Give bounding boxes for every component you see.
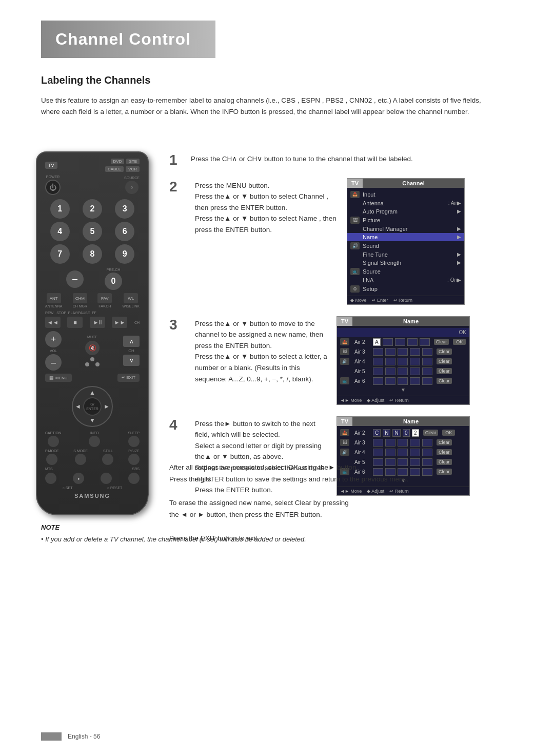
remote-ff-button[interactable]: ►► xyxy=(112,317,127,328)
remote-exit-button[interactable]: ↵ EXIT xyxy=(117,374,140,382)
footer-bar xyxy=(41,732,62,741)
remote-tv-button[interactable]: TV xyxy=(45,162,57,169)
channel-menu-autoprog-row: Auto Program ▶ xyxy=(347,207,464,216)
remote-transport-row: ◄◄ ■ ►II ►► CH xyxy=(45,317,140,328)
remote-button-2[interactable]: 2 xyxy=(83,199,102,219)
remote-button-1[interactable]: 1 xyxy=(50,199,70,219)
remote-wiselink-button[interactable]: WL xyxy=(124,293,138,303)
input-icon: 📥 xyxy=(350,191,360,198)
section-heading: Labeling the Channels xyxy=(41,74,150,86)
remote-bottom-btn-4[interactable] xyxy=(128,473,140,484)
name-p4-clear-1[interactable]: Clear xyxy=(423,430,439,436)
name-p4-clear-2[interactable]: Clear xyxy=(437,439,452,445)
name-p3-sound-icon: 🔊 xyxy=(340,358,349,365)
name-panel3-air6-row: 📺 Air 6 Clear xyxy=(337,376,469,386)
description-text: Use this feature to assign an easy-to-re… xyxy=(41,95,498,117)
remote-nav-up-button[interactable]: ▲ xyxy=(89,389,95,396)
remote-mute-button[interactable]: 🔇 xyxy=(85,341,100,355)
remote-func-row: ANT ANTENNA CHM CH MGR FAV FAV.CH WL WIS… xyxy=(45,293,140,308)
name-p3-clear-3[interactable]: Clear xyxy=(437,358,452,364)
remote-bottom-btn-3[interactable] xyxy=(101,473,112,484)
channel-menu-picture-row: 🖼 Picture xyxy=(347,216,464,225)
channel-menu-chmgr-row: Channel Manager ▶ xyxy=(347,225,464,233)
name-p4-ok-1[interactable]: OK xyxy=(442,430,455,436)
name-p3-letter-a: A xyxy=(373,338,381,346)
name-panel4-air2-row: 📥 Air 2 C N N 0 2 Clear OK xyxy=(337,428,469,438)
name-p3-clear-4[interactable]: Clear xyxy=(437,368,452,374)
steps-area: 1 Press the CH∧ or CH∨ button to tune to… xyxy=(169,151,528,507)
step-2-number: 2 xyxy=(169,178,186,305)
remote-button-0[interactable]: 0 xyxy=(105,273,122,290)
remote-button-3[interactable]: 3 xyxy=(115,199,134,219)
after-step-line4: the ◄ or ► button, then press the ENTER … xyxy=(169,509,528,521)
name-panel4-air3-row: 🖼 Air 3 Clear xyxy=(337,438,469,448)
step-3-content: Press the▲ or ▼ button to move to the ch… xyxy=(195,316,328,405)
name-p4-input-icon: 📥 xyxy=(340,429,349,436)
remote-info-button[interactable] xyxy=(89,436,100,447)
remote-ch-up-button[interactable]: ∧ xyxy=(123,336,140,347)
remote-stop-button[interactable]: ■ xyxy=(67,317,83,328)
remote-pmode-button[interactable] xyxy=(46,454,57,465)
remote-button-5[interactable]: 5 xyxy=(83,222,102,241)
channel-menu-name-label: Name xyxy=(363,234,457,240)
channel-menu-picture-label: Picture xyxy=(363,217,461,223)
remote-caption-button[interactable] xyxy=(48,436,59,447)
name-p3-letter-5 xyxy=(420,338,430,346)
channel-menu-antenna-value: : Air xyxy=(448,200,457,206)
after-step-line3: To erase the assigned new name, select C… xyxy=(169,497,528,509)
remote-set-reset-row: ○ SET ○ RESET xyxy=(45,486,140,490)
remote-antenna-button[interactable]: ANT xyxy=(47,293,61,303)
remote-mts-row: MTS SRS xyxy=(45,467,140,471)
remote-stb-button[interactable]: STB xyxy=(126,159,140,164)
remote-cable-button[interactable]: CABLE xyxy=(105,166,124,172)
remote-source-button[interactable]: ○ xyxy=(125,181,138,194)
name-p3-clear-2[interactable]: Clear xyxy=(437,348,452,355)
page-header: Channel Control xyxy=(41,21,215,58)
remote-power-button[interactable]: ⏻ xyxy=(45,180,61,195)
remote-nav-right-button[interactable]: ► xyxy=(104,403,110,410)
remote-nav-left-button[interactable]: ◄ xyxy=(75,403,81,410)
remote-bottom-btn-2[interactable]: ● xyxy=(73,473,84,484)
remote-nav-down-button[interactable]: ▼ xyxy=(89,417,95,424)
name-p3-clear-5[interactable]: Clear xyxy=(437,378,452,384)
remote-vcr-button[interactable]: VCR xyxy=(126,166,140,172)
remote-psize-button[interactable] xyxy=(128,454,140,465)
remote-button-7[interactable]: 7 xyxy=(50,244,70,264)
name-p3-clear-1[interactable]: Clear xyxy=(434,339,449,345)
page-title: Channel Control xyxy=(55,30,201,49)
name-p3-ok-1[interactable]: OK xyxy=(453,339,466,345)
remote-vol-up-button[interactable]: + xyxy=(45,331,62,347)
remote-button-8[interactable]: 8 xyxy=(83,244,102,264)
remote-ch-down-button[interactable]: ∨ xyxy=(123,355,140,366)
remote-vol-down-button[interactable]: – xyxy=(45,354,62,371)
note-title: NOTE xyxy=(41,524,498,531)
remote-button-4[interactable]: 4 xyxy=(50,222,70,241)
remote-still-button[interactable] xyxy=(102,454,113,465)
remote-smode-button[interactable] xyxy=(75,454,86,465)
channel-menu-setup-label: Setup xyxy=(363,286,461,292)
remote-bottom-btn-1[interactable] xyxy=(45,473,56,484)
remote-nav-center-button[interactable]: G/ENTER xyxy=(83,397,102,416)
channel-menu-input-row: 📥 Input xyxy=(347,190,464,199)
step-1-number: 1 xyxy=(169,151,186,169)
step-3-number: 3 xyxy=(169,316,186,405)
after-step-line1: After all settings are completed, select… xyxy=(169,462,528,474)
remote-sleep-button[interactable] xyxy=(128,436,140,447)
remote-chmgr-button[interactable]: CHM xyxy=(73,293,87,303)
remote-button-dash[interactable]: – xyxy=(66,270,84,288)
remote-rew-button[interactable]: ◄◄ xyxy=(45,317,61,328)
channel-menu-antenna-row: Antenna : Air ▶ xyxy=(347,199,464,207)
name-p4-clear-3[interactable]: Clear xyxy=(437,449,452,455)
step-2-content: Press the MENU button. Press the▲ or ▼ b… xyxy=(195,178,339,305)
remote-button-6[interactable]: 6 xyxy=(115,222,134,241)
remote-button-9[interactable]: 9 xyxy=(115,244,134,264)
remote-favch-button[interactable]: FAV xyxy=(97,293,112,303)
remote-play-button[interactable]: ►II xyxy=(90,317,105,328)
step-3-area: 3 Press the▲ or ▼ button to move to the … xyxy=(169,316,528,405)
name-panel4-title: Name xyxy=(352,417,469,426)
remote-menu-button[interactable]: ▦ MENU xyxy=(45,374,72,382)
remote-dvd-button[interactable]: DVD xyxy=(111,159,125,164)
channel-panel-title: Channel xyxy=(363,179,464,188)
channel-menu-setup-row: ⚙ Setup xyxy=(347,284,464,294)
channel-menu-autoprog-label: Auto Program xyxy=(363,208,457,215)
